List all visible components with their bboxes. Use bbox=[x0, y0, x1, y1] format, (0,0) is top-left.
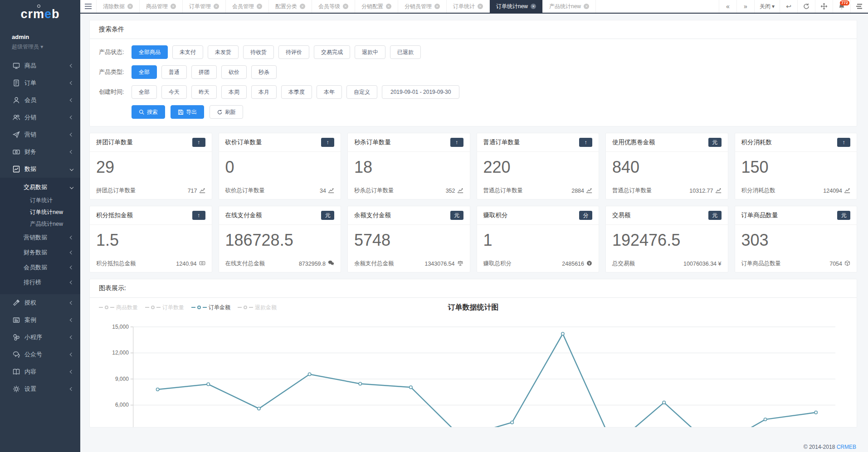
scroll-tabs-right-button[interactable]: » bbox=[736, 0, 754, 13]
wechat-icon-sm[interactable] bbox=[328, 260, 334, 267]
date-range-button[interactable]: 2019-09-01 - 2019-09-30 bbox=[382, 85, 459, 99]
order-icon bbox=[12, 79, 20, 87]
tab-产品统计new[interactable]: 产品统计new × bbox=[543, 0, 596, 13]
sidebar-item-商品[interactable]: 商品 bbox=[0, 57, 80, 74]
stat-card-value: 1 bbox=[477, 225, 599, 249]
sidebar-item-授权[interactable]: 授权 bbox=[0, 294, 80, 311]
chart-line-icon[interactable] bbox=[328, 187, 334, 194]
sidebar-item-会员[interactable]: 会员 bbox=[0, 92, 80, 109]
chart-line-icon[interactable] bbox=[458, 187, 463, 194]
导出-button[interactable]: 导出 bbox=[171, 105, 204, 119]
coin-icon[interactable] bbox=[586, 260, 592, 267]
chart-icon bbox=[12, 165, 20, 173]
tab-会员管理[interactable]: 会员管理 × bbox=[226, 0, 269, 13]
filter-button-未发货[interactable]: 未发货 bbox=[208, 45, 239, 59]
back-button[interactable]: ↩ bbox=[780, 0, 797, 13]
sidebar-item-案例[interactable]: 案例 bbox=[0, 311, 80, 329]
fullscreen-move-button[interactable] bbox=[815, 0, 833, 13]
filter-button-今天[interactable]: 今天 bbox=[161, 85, 187, 99]
tab-close-icon[interactable]: × bbox=[214, 4, 219, 9]
notifications-bell-icon[interactable]: 772 bbox=[833, 0, 850, 13]
sidebar-item-财务数据[interactable]: 财务数据 bbox=[0, 245, 80, 260]
chevron-icon bbox=[70, 370, 73, 374]
filter-button-待评价[interactable]: 待评价 bbox=[278, 45, 309, 59]
tab-close-icon[interactable]: × bbox=[434, 4, 440, 9]
sidebar-item-设置[interactable]: 设置 bbox=[0, 380, 80, 398]
close-tabs-dropdown[interactable]: 关闭 ▾ bbox=[754, 0, 780, 13]
sidebar-item-排行榜[interactable]: 排行榜 bbox=[0, 275, 80, 290]
filter-button-未支付[interactable]: 未支付 bbox=[172, 45, 203, 59]
chevron-icon bbox=[70, 98, 73, 102]
tab-close-icon[interactable]: × bbox=[343, 4, 348, 9]
scale-icon[interactable] bbox=[457, 260, 463, 267]
tab-订单管理[interactable]: 订单管理 × bbox=[183, 0, 226, 13]
tab-close-icon[interactable]: × bbox=[531, 4, 536, 9]
filter-button-全部[interactable]: 全部 bbox=[132, 85, 157, 99]
sidebar-item-小程序[interactable]: 小程序 bbox=[0, 329, 80, 346]
money-icon-sm[interactable] bbox=[199, 260, 205, 267]
filter-button-砍价[interactable]: 砍价 bbox=[221, 65, 247, 79]
filter-button-本月[interactable]: 本月 bbox=[251, 85, 277, 99]
sidebar-item-分销[interactable]: 分销 bbox=[0, 109, 80, 126]
tab-close-icon[interactable]: × bbox=[300, 4, 305, 9]
tab-商品管理[interactable]: 商品管理 × bbox=[140, 0, 183, 13]
filter-button-退款中[interactable]: 退款中 bbox=[355, 45, 385, 59]
tab-close-icon[interactable]: × bbox=[478, 4, 483, 9]
main-content: 搜索条件 产品状态: 全部商品未支付未发货待收货待评价交易完成退款中已退款 产品… bbox=[80, 14, 868, 452]
sidebar-item-公众号[interactable]: 公众号 bbox=[0, 346, 80, 363]
sidebar-item-营销数据[interactable]: 营销数据 bbox=[0, 230, 80, 245]
tab-会员等级[interactable]: 会员等级 × bbox=[312, 0, 355, 13]
sidebar-item-订单[interactable]: 订单 bbox=[0, 74, 80, 92]
filter-button-普通[interactable]: 普通 bbox=[161, 65, 187, 79]
filter-button-拼团[interactable]: 拼团 bbox=[191, 65, 217, 79]
filter-button-交易完成[interactable]: 交易完成 bbox=[314, 45, 350, 59]
filter-button-自定义[interactable]: 自定义 bbox=[346, 85, 377, 99]
tab-close-icon[interactable]: × bbox=[127, 4, 133, 9]
filter-button-全部[interactable]: 全部 bbox=[132, 65, 157, 79]
tab-close-icon[interactable]: × bbox=[386, 4, 391, 9]
scroll-tabs-left-button[interactable]: « bbox=[719, 0, 736, 13]
filter-button-本季度[interactable]: 本季度 bbox=[281, 85, 312, 99]
tab-close-icon[interactable]: × bbox=[171, 4, 176, 9]
filter-button-昨天[interactable]: 昨天 bbox=[191, 85, 217, 99]
crmeb-link[interactable]: CRMEB bbox=[837, 444, 856, 450]
搜索-button[interactable]: 搜索 bbox=[132, 105, 165, 119]
miniprogram-icon bbox=[12, 334, 20, 341]
sidebar-item-订单统计new[interactable]: 订单统计new bbox=[0, 206, 80, 218]
sidebar-item-数据[interactable]: 数据 bbox=[0, 160, 80, 178]
tab-订单统计[interactable]: 订单统计 × bbox=[447, 0, 490, 13]
filter-button-秒杀[interactable]: 秒杀 bbox=[251, 65, 277, 79]
chart-line-icon[interactable] bbox=[200, 187, 205, 194]
filter-label: 产品类型: bbox=[99, 68, 132, 76]
tab-close-icon[interactable]: × bbox=[584, 4, 589, 9]
sidebar-item-财务[interactable]: 财务 bbox=[0, 143, 80, 160]
sidebar-item-营销[interactable]: 营销 bbox=[0, 126, 80, 143]
message-list-icon[interactable] bbox=[850, 0, 868, 13]
tab-分销配置[interactable]: 分销配置 × bbox=[355, 0, 398, 13]
filter-button-本周[interactable]: 本周 bbox=[221, 85, 247, 99]
tab-close-icon[interactable]: × bbox=[257, 4, 262, 9]
刷新-button[interactable]: 刷新 bbox=[210, 105, 243, 119]
save-icon bbox=[178, 109, 184, 115]
sidebar-item-产品统计new[interactable]: 产品统计new bbox=[0, 218, 80, 230]
filter-button-本年[interactable]: 本年 bbox=[317, 85, 342, 99]
sidebar-item-交易数据[interactable]: 交易数据 bbox=[0, 180, 80, 194]
chart-line-icon[interactable] bbox=[716, 187, 722, 194]
sidebar-item-内容[interactable]: 内容 bbox=[0, 363, 80, 380]
user-role-dropdown[interactable]: 超级管理员 ▾ bbox=[12, 43, 80, 51]
sidebar-item-订单统计[interactable]: 订单统计 bbox=[0, 194, 80, 206]
filter-button-全部商品[interactable]: 全部商品 bbox=[132, 45, 168, 59]
hamburger-menu-icon[interactable] bbox=[80, 0, 97, 13]
refresh-button[interactable] bbox=[797, 0, 815, 13]
chart-line-icon[interactable] bbox=[844, 187, 850, 194]
tab-订单统计new[interactable]: 订单统计new × bbox=[490, 0, 543, 13]
tab-配置分类[interactable]: 配置分类 × bbox=[269, 0, 312, 13]
svg-text:9,000: 9,000 bbox=[115, 376, 129, 382]
filter-button-已退款[interactable]: 已退款 bbox=[390, 45, 421, 59]
chart-line-icon[interactable] bbox=[586, 187, 592, 194]
sidebar-item-会员数据[interactable]: 会员数据 bbox=[0, 260, 80, 275]
tab-清除数据[interactable]: 清除数据 × bbox=[97, 0, 140, 13]
tab-分销员管理[interactable]: 分销员管理 × bbox=[398, 0, 447, 13]
cube-icon[interactable] bbox=[844, 260, 850, 267]
filter-button-待收货[interactable]: 待收货 bbox=[243, 45, 274, 59]
